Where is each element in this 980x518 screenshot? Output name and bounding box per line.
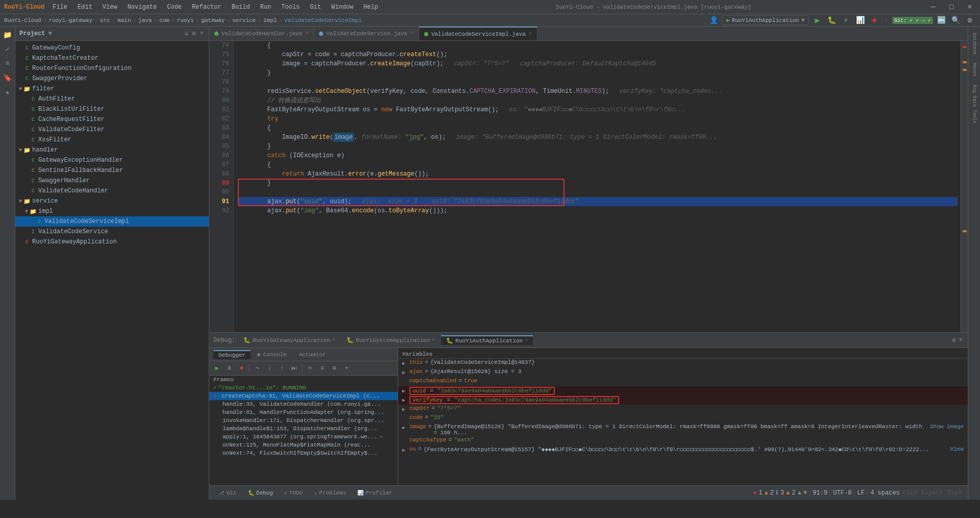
- expand-icon[interactable]: ▶: [402, 360, 409, 366]
- frame-onnext74[interactable]: onNext:74, FluxSwitchIfEmpty$SwitchIfEmp…: [209, 449, 398, 457]
- var-image[interactable]: ▶ image = {BufferedImage@15126} "Buffere…: [398, 423, 968, 436]
- menu-build[interactable]: Build: [230, 3, 252, 12]
- bottom-tab-problems[interactable]: ⚠ Problems: [309, 489, 351, 497]
- status-line-ending[interactable]: LF: [857, 489, 865, 497]
- step-into-btn[interactable]: ↓: [264, 363, 275, 374]
- tree-item-kaptchatextcreator[interactable]: C KaptchaTextCreator: [15, 53, 209, 63]
- run-config-dropdown[interactable]: ▶ RuoYiAuthApplication ▼: [722, 15, 809, 25]
- settings-btn[interactable]: ⚙: [191, 29, 197, 38]
- add-btn[interactable]: +: [341, 363, 352, 374]
- bottom-tab-profiler[interactable]: 📊 Profiler: [352, 489, 398, 497]
- stop-button[interactable]: ■: [868, 14, 880, 27]
- debug-button[interactable]: 🐛: [825, 14, 838, 27]
- window-minimize[interactable]: ─: [927, 1, 939, 13]
- bottom-tab-git[interactable]: ⎇ Git: [213, 489, 242, 497]
- resume-btn[interactable]: ▶: [211, 363, 223, 374]
- window-close[interactable]: ×: [964, 1, 976, 13]
- actuator-subtab[interactable]: Actuator: [294, 351, 331, 359]
- tab-validatecodeservice[interactable]: ValidateCodeService.java ×: [314, 27, 419, 40]
- bottom-tab-debug[interactable]: 🐛 Debug: [243, 489, 278, 497]
- breadcrumb-ruoyi[interactable]: ruoyi: [177, 17, 194, 23]
- menu-edit[interactable]: Edit: [76, 3, 94, 12]
- breadcrumb-service[interactable]: service: [232, 17, 256, 23]
- expand-icon[interactable]: [402, 379, 409, 384]
- status-errors[interactable]: ● 1 ▲ 2 ℹ 3 ▲ 2 ▲ ▼: [753, 489, 807, 497]
- frame-handle61[interactable]: handle:61, HandlerFunctionAdapter (org.s…: [209, 408, 398, 416]
- breadcrumb-com[interactable]: com: [159, 17, 169, 23]
- breadcrumb-ruoyi-cloud[interactable]: RuoYi-Cloud: [4, 17, 41, 23]
- expand-icon[interactable]: [402, 415, 409, 421]
- debug-close-icon[interactable]: ×: [958, 336, 964, 345]
- debug-settings-icon[interactable]: ⚙: [951, 335, 957, 345]
- breadcrumb-class[interactable]: ValidateCodeServiceImpl: [284, 17, 362, 23]
- filter-btn[interactable]: ⊞: [329, 363, 340, 374]
- menu-refactor[interactable]: Refactor: [190, 3, 224, 12]
- tree-item-filter[interactable]: ▼ 📁 filter: [15, 84, 209, 94]
- breadcrumb-impl[interactable]: impl: [263, 17, 277, 23]
- breadcrumb-java[interactable]: java: [138, 17, 152, 23]
- breadcrumb-src[interactable]: src: [100, 17, 110, 23]
- stop-btn[interactable]: ■: [236, 363, 247, 374]
- status-position[interactable]: 91:9: [813, 489, 827, 497]
- var-captchatype[interactable]: captchaType = "math": [398, 436, 968, 446]
- tree-item-gatewayexceptionhandler[interactable]: C GatewayExceptionHandler: [15, 155, 209, 165]
- menu-help[interactable]: Help: [361, 3, 380, 12]
- tree-item-validatecodehandler[interactable]: C ValidateCodeHandler: [15, 186, 209, 196]
- tree-item-ruoyigatewayapplication[interactable]: C RuoYiGatewayApplication: [15, 237, 209, 247]
- tab-validatecodehandler[interactable]: ValidateCodeHandler.java ×: [209, 27, 314, 40]
- status-indent[interactable]: 4 spaces: [870, 489, 900, 497]
- debug-tab-auth[interactable]: 🐛 RuoYiAuthApplication ×: [441, 335, 533, 345]
- menu-view[interactable]: View: [101, 3, 119, 12]
- project-icon[interactable]: 📁: [2, 29, 14, 41]
- tree-item-routerfunctionconfiguration[interactable]: C RouterFunctionConfiguration: [15, 63, 209, 73]
- var-ajax[interactable]: ▶ ajax = {AjaxResult@15028} size = 3: [398, 368, 968, 377]
- commit-icon[interactable]: ✓: [2, 43, 14, 55]
- status-encoding[interactable]: UTF-8: [833, 489, 851, 497]
- tree-item-blacklisturlfilter[interactable]: C BlackListUrlFilter: [15, 104, 209, 114]
- expand-icon[interactable]: ▶: [402, 388, 409, 394]
- tab-close-icon[interactable]: ×: [525, 338, 528, 343]
- tree-item-authfilter[interactable]: C AuthFilter: [15, 94, 209, 104]
- tab-close-icon[interactable]: ×: [432, 337, 435, 343]
- tree-item-gatewayconfig[interactable]: C GatewayConfig: [15, 43, 209, 53]
- frame-createcaptcha[interactable]: ● createCaptcha:91, ValidateCodeServiceI…: [209, 392, 398, 400]
- expand-icon[interactable]: ▶: [402, 447, 409, 453]
- run-button[interactable]: ▶: [811, 14, 823, 27]
- pause-btn[interactable]: ⏸: [224, 363, 235, 374]
- tree-item-validatecodefilter[interactable]: C ValidateCodeFilter: [15, 125, 209, 135]
- debug-tab-system[interactable]: 🐛 RuoYiSystemApplication ×: [341, 336, 440, 344]
- bookmarks-icon[interactable]: 🔖: [2, 71, 14, 84]
- step-over-btn[interactable]: ↷: [252, 363, 263, 374]
- expand-icon[interactable]: [402, 438, 409, 443]
- frame-lambda[interactable]: lambda$handle$1:153, DispatcherHandler (…: [209, 425, 398, 433]
- tree-item-impl[interactable]: ▼ 📁 impl: [15, 206, 209, 216]
- bigdata-icon[interactable]: Big Data Tools: [971, 81, 978, 128]
- maven-icon[interactable]: Maven: [971, 59, 978, 81]
- code-content[interactable]: { capStr = code = captchaProducer.create…: [234, 41, 968, 332]
- breadcrumb-gateway[interactable]: ruoyi-gateway: [48, 17, 92, 23]
- menu-code[interactable]: Code: [165, 3, 184, 12]
- menu-file[interactable]: File: [51, 3, 69, 12]
- close-panel[interactable]: ×: [199, 29, 205, 38]
- var-captchaenabled[interactable]: captchaEnabled = true: [398, 377, 968, 386]
- menu-run[interactable]: Run: [258, 3, 274, 12]
- tab-close-icon[interactable]: ×: [305, 31, 308, 36]
- expand-icon[interactable]: ▶: [402, 425, 409, 431]
- show-image-link[interactable]: Show image: [930, 424, 964, 430]
- collapse-all[interactable]: ⇊: [183, 29, 189, 38]
- debug-tab-gateway[interactable]: 🐛 RuoYiGatewayApplication ×: [238, 336, 340, 344]
- var-uuid[interactable]: ▶ uuid = "2a83c78ae9a04a0aaeebb2c0bef11d…: [398, 386, 968, 396]
- var-this[interactable]: ▶ this = {ValidateCodeServiceImpl@14837}: [398, 359, 968, 368]
- menu-navigate[interactable]: Navigate: [126, 3, 159, 12]
- expand-icon[interactable]: ▶: [402, 369, 409, 376]
- var-code[interactable]: code = "35": [398, 414, 968, 423]
- console-subtab[interactable]: ▶ Console: [253, 350, 292, 359]
- search-everywhere[interactable]: 🔍: [949, 14, 962, 27]
- tab-validatecodeserviceimpl[interactable]: ValidateCodeServiceImpl.java ×: [419, 27, 537, 40]
- expand-icon[interactable]: ▶: [402, 397, 409, 403]
- thread-btn[interactable]: ≡: [316, 363, 328, 374]
- tree-item-swaggerprovider[interactable]: C SwaggerProvider: [15, 73, 209, 84]
- database-icon[interactable]: Database: [971, 29, 978, 59]
- bottom-tab-todo[interactable]: ✓ TODO: [279, 489, 308, 497]
- breadcrumb-main[interactable]: main: [117, 17, 131, 23]
